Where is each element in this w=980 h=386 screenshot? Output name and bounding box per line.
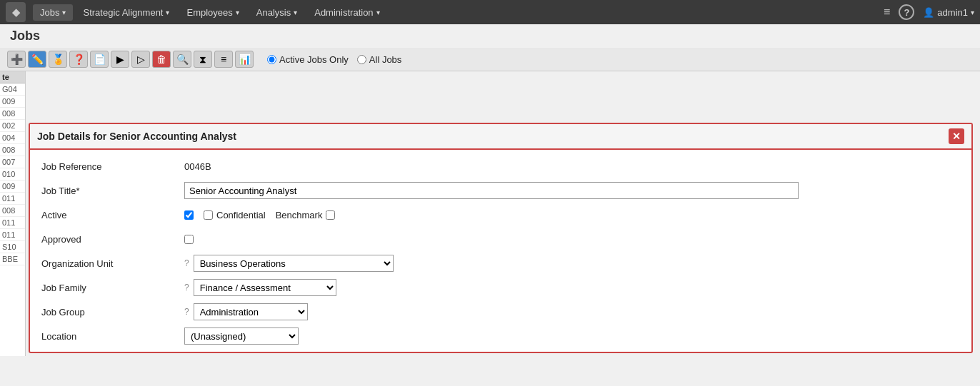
modal-title: Job Details for Senior Accounting Analys… bbox=[37, 131, 236, 142]
job-group-select[interactable]: Administration Technical Professional bbox=[194, 303, 308, 320]
nav-item-administration[interactable]: Administration ▾ bbox=[307, 4, 386, 21]
job-title-input[interactable] bbox=[184, 182, 799, 199]
list-item[interactable]: S10 bbox=[0, 241, 25, 253]
ribbon-button[interactable]: 🏅 bbox=[49, 51, 67, 68]
job-list-header: te bbox=[0, 71, 25, 83]
job-family-help-icon[interactable]: ? bbox=[184, 283, 189, 293]
org-unit-help-icon[interactable]: ? bbox=[184, 258, 189, 268]
list-item[interactable]: 008 bbox=[0, 205, 25, 217]
job-family-row: Job Family ? Finance / Assessment Human … bbox=[41, 278, 960, 297]
approved-label: Approved bbox=[41, 234, 184, 245]
org-unit-row: Organization Unit ? Business Operations … bbox=[41, 254, 960, 273]
list-item[interactable]: 011 bbox=[0, 229, 25, 241]
org-unit-select[interactable]: Business Operations Corporate Services O… bbox=[194, 255, 394, 272]
app-logo: ◆ bbox=[6, 2, 26, 22]
menu-icon[interactable]: ≡ bbox=[884, 6, 890, 19]
list-item[interactable]: BBE bbox=[0, 253, 25, 265]
job-family-label: Job Family bbox=[41, 283, 184, 293]
benchmark-checkbox[interactable]: Benchmark bbox=[276, 210, 336, 220]
active-checkbox-group: Confidential Benchmark bbox=[184, 210, 335, 220]
nav-item-employees[interactable]: Employees ▾ bbox=[179, 4, 246, 21]
job-family-select[interactable]: Finance / Assessment Human Resources Tec… bbox=[194, 279, 336, 296]
active-label: Active bbox=[41, 210, 184, 220]
job-reference-label: Job Reference bbox=[41, 161, 184, 172]
chevron-down-icon: ▾ bbox=[166, 9, 169, 16]
list-item[interactable]: G04 bbox=[0, 83, 25, 96]
list-item[interactable]: 010 bbox=[0, 168, 25, 181]
top-navigation: ◆ Jobs ▾ Strategic Alignment ▾ Employees… bbox=[0, 0, 980, 24]
modal-body: Job Reference 0046B Job Title* Active Co… bbox=[30, 150, 971, 352]
job-title-label: Job Title* bbox=[41, 186, 184, 196]
job-filter-radio-group: Active Jobs Only All Jobs bbox=[267, 54, 401, 65]
list-item[interactable]: 009 bbox=[0, 96, 25, 108]
nav-right-controls: ≡ ? 👤 admin1 ▾ bbox=[884, 4, 974, 20]
location-select[interactable]: (Unassigned) Head Office Remote bbox=[184, 327, 299, 345]
nav-item-jobs[interactable]: Jobs ▾ bbox=[33, 4, 73, 21]
job-reference-row: Job Reference 0046B bbox=[41, 157, 960, 176]
list-item[interactable]: 002 bbox=[0, 120, 25, 132]
gender-row: Gender Gender Neutral Male Female bbox=[41, 351, 960, 352]
job-group-label: Job Group bbox=[41, 307, 184, 318]
toolbar: ➕ ✏️ 🏅 ❓ 📄 ▶ ▷ 🗑 🔍 ⧗ ≡ 📊 Active Jobs Onl… bbox=[0, 48, 980, 71]
org-unit-label: Organization Unit bbox=[41, 258, 184, 269]
job-details-modal: Job Details for Senior Accounting Analys… bbox=[29, 123, 973, 353]
chevron-down-icon: ▾ bbox=[236, 9, 239, 16]
chart-button[interactable]: 📊 bbox=[235, 51, 254, 68]
list-item[interactable]: 011 bbox=[0, 193, 25, 205]
chevron-down-icon: ▾ bbox=[971, 9, 974, 16]
help-button[interactable]: ❓ bbox=[69, 51, 88, 68]
help-icon[interactable]: ? bbox=[899, 4, 914, 20]
list-button[interactable]: ≡ bbox=[214, 51, 233, 68]
modal-header: Job Details for Senior Accounting Analys… bbox=[30, 124, 971, 150]
approved-row: Approved bbox=[41, 230, 960, 248]
list-item[interactable]: 009 bbox=[0, 181, 25, 193]
job-reference-value: 0046B bbox=[184, 161, 211, 172]
modal-close-button[interactable]: ✕ bbox=[949, 128, 964, 144]
active-checkbox[interactable] bbox=[184, 210, 194, 220]
chevron-down-icon: ▾ bbox=[62, 9, 66, 16]
active-jobs-radio[interactable]: Active Jobs Only bbox=[267, 54, 349, 65]
list-item[interactable]: 004 bbox=[0, 132, 25, 144]
list-item[interactable]: 007 bbox=[0, 156, 25, 168]
nav-item-analysis[interactable]: Analysis ▾ bbox=[249, 4, 304, 21]
list-item[interactable]: 008 bbox=[0, 108, 25, 120]
page-title: Jobs bbox=[0, 24, 980, 48]
location-label: Location bbox=[41, 331, 184, 342]
chevron-down-icon: ▾ bbox=[376, 9, 380, 16]
user-icon: 👤 bbox=[923, 7, 934, 18]
job-group-row: Job Group ? Administration Technical Pro… bbox=[41, 303, 960, 321]
active-row: Active Confidential Benchmark bbox=[41, 205, 960, 224]
forward2-button[interactable]: ▷ bbox=[131, 51, 150, 68]
delete-button[interactable]: 🗑 bbox=[152, 51, 171, 68]
approved-checkbox[interactable] bbox=[184, 235, 194, 244]
all-jobs-radio[interactable]: All Jobs bbox=[357, 54, 402, 65]
chevron-down-icon: ▾ bbox=[294, 9, 297, 16]
nav-item-strategic-alignment[interactable]: Strategic Alignment ▾ bbox=[76, 4, 176, 21]
confidential-checkbox[interactable]: Confidential bbox=[204, 210, 266, 220]
job-group-help-icon[interactable]: ? bbox=[184, 307, 189, 317]
search-button[interactable]: 🔍 bbox=[173, 51, 191, 68]
add-button[interactable]: ➕ bbox=[7, 51, 26, 68]
forward-button[interactable]: ▶ bbox=[111, 51, 129, 68]
copy-button[interactable]: 📄 bbox=[90, 51, 109, 68]
list-item[interactable]: 011 bbox=[0, 217, 25, 229]
job-list-sidebar: te G04 009 008 002 004 008 007 010 009 0… bbox=[0, 71, 26, 356]
filter-button[interactable]: ⧗ bbox=[194, 51, 212, 68]
user-menu[interactable]: 👤 admin1 ▾ bbox=[923, 7, 974, 18]
job-title-row: Job Title* bbox=[41, 181, 960, 200]
list-item[interactable]: 008 bbox=[0, 144, 25, 156]
location-row: Location (Unassigned) Head Office Remote bbox=[41, 327, 960, 345]
edit-button[interactable]: ✏️ bbox=[28, 51, 46, 68]
